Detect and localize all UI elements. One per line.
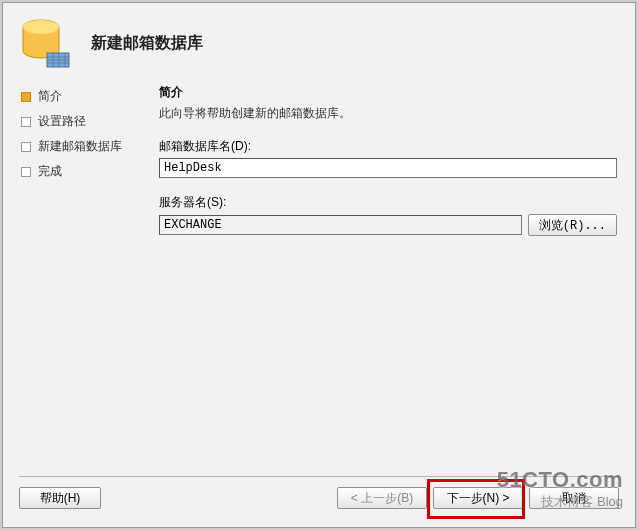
wizard-window: 新建邮箱数据库 简介 设置路径 新建邮箱数据库 完成 简介 此向导将帮助创建新的… [2, 2, 636, 528]
wizard-body: 简介 设置路径 新建邮箱数据库 完成 简介 此向导将帮助创建新的邮箱数据库。 邮… [3, 80, 635, 476]
step-label: 完成 [38, 163, 62, 180]
svg-point-1 [23, 20, 59, 34]
wizard-footer: 帮助(H) < 上一步(B) 下一步(N) > 取消 [3, 475, 635, 527]
help-button[interactable]: 帮助(H) [19, 487, 101, 509]
wizard-content: 简介 此向导将帮助创建新的邮箱数据库。 邮箱数据库名(D): 服务器名(S): … [153, 80, 625, 476]
step-intro: 简介 [19, 84, 147, 109]
step-marker-icon [21, 117, 31, 127]
section-description: 此向导将帮助创建新的邮箱数据库。 [159, 105, 617, 122]
wizard-title: 新建邮箱数据库 [91, 33, 203, 54]
section-title: 简介 [159, 84, 617, 101]
server-name-row: 浏览(R)... [159, 214, 617, 236]
step-label: 新建邮箱数据库 [38, 138, 122, 155]
next-button[interactable]: 下一步(N) > [433, 487, 523, 509]
db-name-row [159, 158, 617, 178]
browse-button[interactable]: 浏览(R)... [528, 214, 617, 236]
db-name-input[interactable] [159, 158, 617, 178]
wizard-header: 新建邮箱数据库 [3, 3, 635, 80]
wizard-steps: 简介 设置路径 新建邮箱数据库 完成 [13, 80, 153, 476]
step-label: 设置路径 [38, 113, 86, 130]
step-marker-icon [21, 142, 31, 152]
db-name-label: 邮箱数据库名(D): [159, 138, 617, 155]
server-name-label: 服务器名(S): [159, 194, 617, 211]
server-name-input[interactable] [159, 215, 522, 235]
step-marker-icon [21, 167, 31, 177]
cancel-button[interactable]: 取消 [529, 487, 619, 509]
step-label: 简介 [38, 88, 62, 105]
database-icon [17, 15, 73, 71]
step-finish: 完成 [19, 159, 147, 184]
back-button[interactable]: < 上一步(B) [337, 487, 427, 509]
step-new-database: 新建邮箱数据库 [19, 134, 147, 159]
step-marker-icon [21, 92, 31, 102]
step-set-path: 设置路径 [19, 109, 147, 134]
